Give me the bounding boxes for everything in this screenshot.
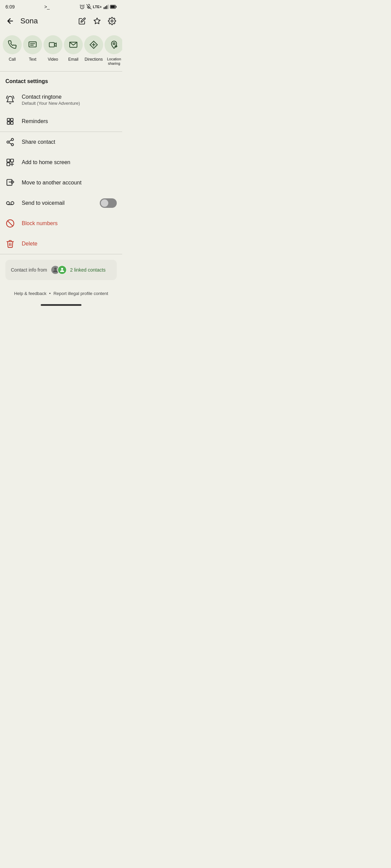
- svg-rect-27: [7, 159, 10, 162]
- action-email[interactable]: Email: [64, 35, 83, 66]
- share-icon: [6, 138, 15, 146]
- add-home-screen-item[interactable]: Add to home screen: [0, 152, 122, 173]
- delete-trash-icon: [6, 239, 15, 248]
- divider-3: [0, 254, 122, 254]
- svg-point-39: [54, 268, 56, 270]
- svg-marker-9: [94, 18, 100, 24]
- svg-line-25: [9, 143, 11, 144]
- home-indicator: [41, 304, 81, 306]
- delete-title: Delete: [22, 241, 117, 247]
- delete-icon-container: [5, 239, 15, 249]
- action-email-circle: [64, 35, 83, 54]
- share-text: Share contact: [22, 139, 117, 145]
- action-directions[interactable]: Directions: [84, 35, 103, 66]
- block-text: Block numbers: [22, 220, 117, 226]
- edit-button[interactable]: [76, 15, 88, 27]
- reminders-icon: [6, 117, 15, 126]
- share-contact-item[interactable]: Share contact: [0, 132, 122, 152]
- footer-links: Help & feedback • Report illegal profile…: [0, 285, 122, 301]
- back-button[interactable]: [4, 15, 16, 27]
- move-account-icon: [6, 178, 15, 187]
- delete-text: Delete: [22, 241, 117, 247]
- action-text[interactable]: Text: [23, 35, 42, 66]
- linked-contacts-content: Contact info from 2 linked contacts: [11, 265, 111, 275]
- settings-gear-icon: [108, 17, 116, 25]
- action-call-circle: [3, 35, 22, 54]
- svg-point-17: [113, 43, 115, 44]
- block-icon-container: [5, 219, 15, 228]
- directions-icon: [89, 40, 98, 49]
- svg-point-34: [6, 202, 10, 205]
- add-home-title: Add to home screen: [22, 159, 117, 165]
- reminders-item[interactable]: Reminders: [0, 111, 122, 132]
- person-icon-2: [59, 267, 65, 273]
- voicemail-toggle[interactable]: [100, 198, 117, 208]
- edit-icon: [78, 17, 86, 25]
- action-directions-label: Directions: [85, 57, 103, 62]
- status-time: 6:09: [5, 4, 15, 9]
- text-message-icon: [28, 40, 37, 49]
- report-link[interactable]: Report illegal profile content: [53, 291, 108, 296]
- contact-avatars: [51, 265, 67, 275]
- status-icons: LTE+: [79, 4, 117, 9]
- voicemail-title: Send to voicemail: [22, 200, 93, 206]
- svg-line-38: [7, 221, 13, 226]
- action-call-label: Call: [9, 57, 16, 62]
- action-video-label: Video: [48, 57, 58, 62]
- move-account-item[interactable]: Move to another account: [0, 173, 122, 193]
- contact-info-from-text: Contact info from: [11, 267, 47, 273]
- svg-line-26: [9, 140, 11, 141]
- help-feedback-link[interactable]: Help & feedback: [14, 291, 46, 296]
- svg-rect-8: [111, 5, 115, 8]
- reminders-title: Reminders: [22, 118, 117, 124]
- ringtone-text: Contact ringtone Default (Your New Adven…: [22, 94, 117, 106]
- linked-contacts-count: 2 linked contacts: [70, 267, 106, 273]
- svg-rect-29: [7, 163, 10, 166]
- add-home-icon-container: [5, 158, 15, 167]
- mute-icon: [86, 4, 92, 9]
- action-call[interactable]: Call: [3, 35, 22, 66]
- ringtone-item[interactable]: Contact ringtone Default (Your New Adven…: [0, 88, 122, 111]
- signal-icon: [103, 4, 109, 9]
- linked-contacts-card[interactable]: Contact info from 2 linked contacts: [5, 260, 117, 280]
- action-video[interactable]: Video: [43, 35, 62, 66]
- quick-actions: Call Text Video Email: [0, 30, 122, 71]
- toggle-knob: [101, 199, 108, 207]
- move-account-icon-container: [5, 178, 15, 188]
- delete-item[interactable]: Delete: [0, 234, 122, 254]
- share-title: Share contact: [22, 139, 117, 145]
- avatar-2: [57, 265, 67, 275]
- ringtone-icon: [6, 96, 15, 104]
- back-arrow-icon: [6, 17, 14, 25]
- svg-rect-28: [11, 159, 14, 162]
- status-bar: 6:09 >_ LTE+: [0, 0, 122, 12]
- action-email-label: Email: [68, 57, 78, 62]
- block-numbers-item[interactable]: Block numbers: [0, 213, 122, 234]
- add-home-text: Add to home screen: [22, 159, 117, 165]
- action-location-sharing[interactable]: Location sharing: [105, 35, 122, 66]
- ringtone-subtitle: Default (Your New Adventure): [22, 101, 117, 106]
- voicemail-icon: [6, 199, 15, 208]
- status-cursor: >_: [44, 4, 50, 9]
- action-text-circle: [23, 35, 42, 54]
- svg-rect-11: [29, 42, 36, 47]
- video-icon: [49, 40, 57, 49]
- battery-icon: [110, 4, 117, 9]
- ringtone-icon-container: [5, 95, 15, 105]
- voicemail-item[interactable]: Send to voicemail: [0, 193, 122, 213]
- add-home-icon: [6, 158, 15, 167]
- svg-rect-18: [7, 119, 10, 121]
- favorite-button[interactable]: [91, 15, 103, 27]
- svg-rect-20: [7, 122, 10, 124]
- star-icon: [93, 17, 101, 25]
- action-directions-circle: [84, 35, 103, 54]
- share-icon-container: [5, 137, 15, 147]
- voicemail-icon-container: [5, 198, 15, 208]
- header: Sona: [0, 12, 122, 30]
- ringtone-title: Contact ringtone: [22, 94, 117, 100]
- more-options-button[interactable]: [106, 15, 118, 27]
- action-location-label: Location sharing: [105, 57, 122, 66]
- call-icon: [8, 40, 17, 49]
- lte-label: LTE+: [93, 5, 102, 9]
- header-actions: [76, 15, 118, 27]
